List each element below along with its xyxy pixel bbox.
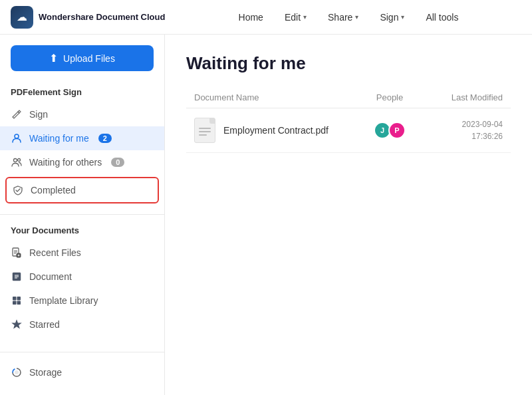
sidebar-item-label: Recent Files [29,247,81,258]
svg-rect-16 [13,301,17,305]
table-header: Document Name People Last Modified [186,87,511,108]
sidebar-item-waiting-for-me[interactable]: Waiting for me 2 [0,126,164,150]
chevron-down-icon: ▾ [355,13,358,21]
nav-sign[interactable]: Sign ▾ [380,12,404,23]
page-title: Waiting for me [186,53,511,74]
chevron-down-icon: ▾ [303,13,307,21]
nav-share[interactable]: Share ▾ [328,12,358,23]
sidebar-item-label: Starred [29,319,60,330]
nav-edit[interactable]: Edit ▾ [285,12,307,23]
file-name: Employment Contract.pdf [223,125,363,136]
sidebar-item-completed-wrapper: Completed [5,177,159,203]
document-icon [11,271,23,283]
sidebar-item-document[interactable]: Document [0,265,164,289]
main-layout: ⬆ Upload Files PDFelement Sign Sign W [0,35,532,395]
avatar-2: P [388,122,406,139]
sidebar-item-label: Waiting for others [29,157,102,168]
svg-rect-15 [17,297,21,301]
user-icon [11,132,23,144]
sidebar-item-label: Waiting for me [29,133,89,144]
chevron-down-icon: ▾ [401,13,404,21]
table-row[interactable]: Employment Contract.pdf J P 2023-09-0417… [186,108,511,153]
upload-button[interactable]: ⬆ Upload Files [11,45,154,71]
logo-area: ☁ Wondershare Document Cloud [11,6,176,29]
svg-point-0 [15,134,19,138]
nav-all-tools[interactable]: All tools [426,12,458,23]
sidebar-item-template-library[interactable]: Template Library [0,289,164,313]
sidebar-item-label: Template Library [29,295,98,306]
sidebar-item-recent-files[interactable]: Recent Files [0,241,164,265]
people-avatars: J P [363,122,416,139]
svg-rect-17 [17,301,21,305]
sign-icon [11,108,23,120]
col-header-name: Document Name [194,92,363,102]
nav-items: Home Edit ▾ Share ▾ Sign ▾ All tools [176,12,521,23]
svg-point-1 [14,159,17,162]
template-library-icon [11,295,23,307]
shield-icon [12,184,24,196]
svg-point-18 [15,370,19,374]
sidebar-item-label: Storage [29,367,62,378]
sidebar: ⬆ Upload Files PDFelement Sign Sign W [0,35,165,395]
sidebar-divider [0,214,164,215]
content-area: Waiting for me Document Name People Last… [165,35,532,395]
upload-icon: ⬆ [49,52,58,65]
sidebar-item-label: Completed [31,185,76,196]
sidebar-item-waiting-for-others[interactable]: Waiting for others 0 [0,150,164,174]
sidebar-item-label: Sign [29,109,48,120]
badge-waiting-for-others: 0 [111,158,124,167]
modified-date: 2023-09-0417:36:26 [416,118,503,142]
sidebar-item-completed[interactable]: Completed [7,178,158,202]
logo-text: Wondershare Document Cloud [39,12,165,22]
sidebar-bottom: Storage [0,338,164,384]
sidebar-item-storage[interactable]: Storage [0,360,164,384]
col-header-people: People [363,92,416,102]
recent-files-icon [11,247,23,259]
sidebar-item-label: Document [29,271,72,282]
users-icon [11,156,23,168]
storage-icon [11,366,23,378]
sidebar-divider-bottom [0,352,164,352]
svg-rect-14 [13,297,17,301]
svg-point-2 [18,159,21,162]
logo-icon: ☁ [11,6,33,29]
sidebar-item-starred[interactable]: Starred [0,313,164,336]
badge-waiting-for-me: 2 [98,134,112,143]
docs-section-title: Your Documents [0,225,164,241]
sign-section-title: PDFelement Sign [0,87,164,102]
sidebar-item-sign[interactable]: Sign [0,102,164,126]
top-nav: ☁ Wondershare Document Cloud Home Edit ▾… [0,0,532,35]
file-icon [194,118,215,143]
star-icon [11,319,23,330]
col-header-modified: Last Modified [416,92,503,102]
nav-home[interactable]: Home [239,12,263,23]
